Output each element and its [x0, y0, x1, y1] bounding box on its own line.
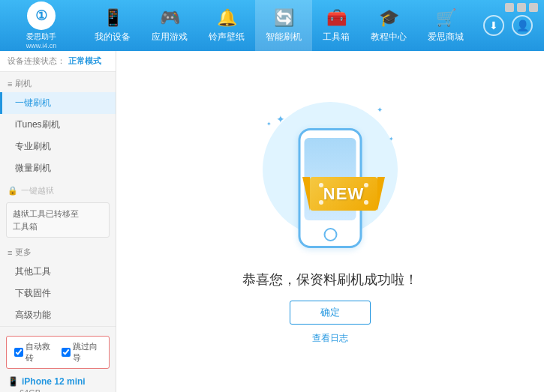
device-details: 64GB Down-12mini-13.1	[8, 387, 108, 392]
sparkle-icon: ✦	[276, 113, 285, 125]
toolbox-nav-icon: 🧰	[326, 8, 347, 28]
phone-home-button	[323, 228, 337, 241]
sidebar-item-pro-flash[interactable]: 专业刷机	[0, 136, 116, 157]
skip-wizard-label: 跳过向导	[73, 341, 101, 364]
jailbreak-section-title: 🔒 一键越狱	[0, 179, 116, 199]
maximize-button[interactable]	[517, 3, 526, 12]
ribbon-dot-4	[364, 200, 368, 205]
new-ribbon-text: NEW	[323, 184, 364, 204]
nav-item-my-device[interactable]: 📱我的设备	[84, 0, 141, 51]
auto-rescue-input[interactable]	[14, 348, 23, 357]
nav-item-store[interactable]: 🛒爱思商城	[417, 0, 474, 51]
user-button[interactable]: 👤	[512, 15, 533, 36]
sidebar-item-one-click-flash[interactable]: 一键刷机	[0, 92, 116, 114]
nav-item-ringtone[interactable]: 🔔铃声壁纸	[198, 0, 255, 51]
minimize-button[interactable]	[505, 3, 514, 12]
smart-flash-nav-icon: 🔄	[274, 8, 294, 28]
more-section-title: ≡ 更多	[0, 241, 116, 261]
my-device-nav-icon: 📱	[103, 8, 123, 28]
device-info: 📱 iPhone 12 mini 64GB Down-12mini-13.1	[0, 372, 116, 392]
header: ① 爱思助手 www.i4.cn 📱我的设备🎮应用游戏🔔铃声壁纸🔄智能刷机🧰工具…	[0, 0, 544, 51]
nav-bar: 📱我的设备🎮应用游戏🔔铃声壁纸🔄智能刷机🧰工具箱🎓教程中心🛒爱思商城	[75, 0, 483, 51]
nav-item-tutorial[interactable]: 🎓教程中心	[360, 0, 417, 51]
new-ribbon: NEW	[310, 177, 377, 214]
status-value: 正常模式	[68, 55, 101, 67]
logo-text: 爱思助手 www.i4.cn	[26, 31, 57, 49]
jailbreak-label: 一键越狱	[21, 185, 54, 196]
sidebar: 设备连接状态： 正常模式 ≡ 刷机 一键刷机 iTunes刷机 专业刷机 微量刷…	[0, 51, 116, 392]
ribbon-body: NEW	[310, 177, 377, 211]
lock-icon: 🔒	[8, 186, 18, 196]
flash-section-title: ≡ 刷机	[0, 72, 116, 92]
ribbon-dot-2	[364, 183, 368, 187]
app-game-nav-icon: 🎮	[160, 8, 180, 28]
ribbon-dot-3	[319, 200, 323, 205]
download-button[interactable]: ⬇	[483, 15, 504, 36]
window-controls	[505, 3, 538, 12]
success-message: 恭喜您，保资料刷机成功啦！	[242, 271, 418, 289]
sparkle-icon-3: ✦	[389, 136, 394, 142]
sidebar-item-advanced[interactable]: 高级功能	[0, 304, 116, 326]
phone-icon: 📱	[8, 376, 19, 387]
sidebar-item-download-firmware[interactable]: 下载固件	[0, 283, 116, 304]
nav-item-smart-flash[interactable]: 🔄智能刷机	[255, 0, 312, 51]
auto-rescue-label: 自动救砖	[26, 341, 54, 364]
close-button[interactable]	[529, 3, 538, 12]
checkbox-area: 自动救砖 跳过向导	[6, 336, 110, 369]
flash-label: 刷机	[15, 78, 32, 89]
flash-icon: ≡	[8, 79, 12, 88]
device-name: 📱 iPhone 12 mini	[8, 376, 108, 387]
sidebar-item-micro-flash[interactable]: 微量刷机	[0, 157, 116, 179]
skip-wizard-input[interactable]	[62, 348, 71, 357]
nav-item-app-game[interactable]: 🎮应用游戏	[141, 0, 198, 51]
confirm-button[interactable]: 确定	[290, 301, 371, 325]
success-illustration: ✦ ✦ ✦ ✦ NEW	[255, 98, 405, 256]
status-label: 设备连接状态：	[8, 55, 65, 67]
logo-icon: ①	[27, 1, 56, 30]
sparkle-icon-4: ✦	[266, 121, 272, 127]
sparkle-icon-2: ✦	[377, 106, 383, 114]
ringtone-nav-icon: 🔔	[217, 8, 237, 28]
nav-item-toolbox[interactable]: 🧰工具箱	[312, 0, 360, 51]
main-content: ✦ ✦ ✦ ✦ NEW 恭喜您，保资料刷机成功啦！ 确定 查	[116, 51, 544, 392]
tutorial-nav-icon: 🎓	[379, 8, 399, 28]
jailbreak-notice: 越狱工具已转移至工具箱	[6, 202, 110, 238]
skip-wizard-checkbox[interactable]: 跳过向导	[62, 341, 101, 364]
auto-rescue-checkbox[interactable]: 自动救砖	[14, 341, 54, 364]
more-icon: ≡	[8, 248, 12, 257]
log-link[interactable]: 查看日志	[312, 332, 348, 345]
header-right: ⬇ 👤	[483, 15, 533, 36]
sidebar-item-itunes-flash[interactable]: iTunes刷机	[0, 114, 116, 136]
logo-area: ① 爱思助手 www.i4.cn	[8, 1, 75, 49]
store-nav-icon: 🛒	[436, 8, 456, 28]
status-bar: 设备连接状态： 正常模式	[0, 51, 116, 72]
main-layout: 设备连接状态： 正常模式 ≡ 刷机 一键刷机 iTunes刷机 专业刷机 微量刷…	[0, 51, 544, 392]
sidebar-item-other-tools[interactable]: 其他工具	[0, 261, 116, 283]
sidebar-bottom: 自动救砖 跳过向导 📱 iPhone 12 mini 64GB Down-12m…	[0, 326, 116, 392]
ribbon-dot-1	[319, 183, 323, 187]
more-label: 更多	[15, 247, 32, 258]
